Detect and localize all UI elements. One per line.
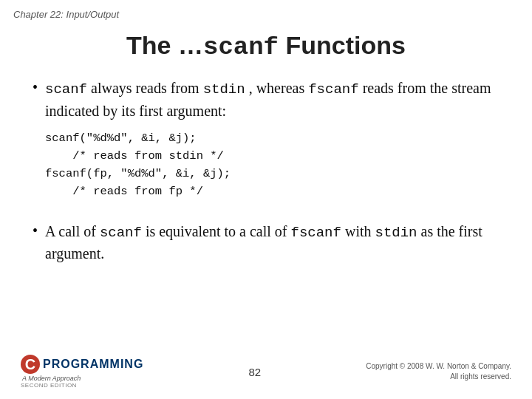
slide-title: The …scanf Functions [0,27,532,61]
bullet-1-text: scanf always reads from stdin , whereas … [45,80,491,119]
page-number: 82 [248,366,261,378]
code-line-1: scanf("%d%d", &i, &j); [45,129,499,147]
code-line-2: /* reads from stdin */ [45,147,499,165]
bullet-item-1: • scanf always reads from stdin , wherea… [33,78,499,211]
footer-logo: C PROGRAMMING A Modern Approach SECOND E… [21,355,143,389]
code-scanf-2: scanf [100,225,142,241]
code-scanf-1: scanf [45,81,87,98]
code-fscanf-1: fscanf [308,81,358,98]
logo-subtitle: A Modern Approach [21,375,81,382]
code-stdin-1: stdin [203,81,245,98]
code-fscanf-2: fscanf [291,225,341,241]
logo-title: PROGRAMMING [43,358,143,371]
logo-c-letter: C [21,355,40,374]
code-stdin-2: stdin [375,225,417,241]
title-suffix: Functions [279,31,406,59]
bullet-dot-1: • [33,79,38,96]
bullet-item-2: • A call of scanf is equivalent to a cal… [33,221,499,265]
bullet-text-1: scanf always reads from stdin , whereas … [45,78,499,211]
bullet-dot-2: • [33,222,38,239]
logo-edition: SECOND EDITION [21,382,77,389]
footer: C PROGRAMMING A Modern Approach SECOND E… [0,355,532,389]
logo-top: C PROGRAMMING [21,355,143,374]
title-prefix: The … [126,31,203,59]
code-line-3: fscanf(fp, "%d%d", &i, &j); [45,165,499,183]
copyright-text: Copyright © 2008 W. W. Norton & Company.… [366,361,511,382]
code-line-4: /* reads from fp */ [45,183,499,200]
title-code: scanf [203,33,279,61]
code-block-1: scanf("%d%d", &i, &j); /* reads from std… [45,129,499,200]
content-area: • scanf always reads from stdin , wherea… [0,61,532,265]
bullet-2-text: A call of scanf is equivalent to a call … [45,221,499,265]
chapter-label: Chapter 22: Input/Output [13,9,119,20]
